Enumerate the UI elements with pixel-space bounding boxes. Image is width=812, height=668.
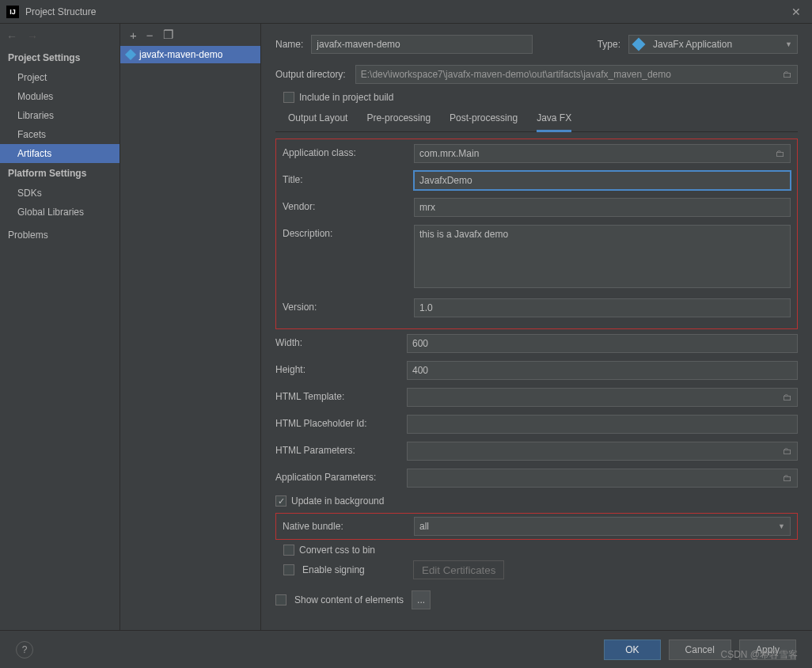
ok-button[interactable]: OK [604, 640, 660, 660]
highlight-box-2: Native bundle: all▼ [275, 513, 798, 540]
type-label: Type: [598, 39, 620, 50]
show-content-label: Show content of elements [294, 594, 404, 605]
tabs: Output Layout Pre-processing Post-proces… [275, 108, 798, 132]
app-params-label: Application Parameters: [275, 469, 407, 483]
description-label: Description: [283, 225, 414, 239]
include-build-checkbox[interactable] [283, 92, 294, 103]
update-background-label: Update in background [291, 495, 384, 507]
artifacts-tree: + − ❐ javafx-maven-demo [120, 24, 261, 630]
copy-icon[interactable]: ❐ [163, 28, 173, 42]
app-icon: IJ [6, 6, 19, 18]
show-content-more-button[interactable]: ... [412, 590, 431, 609]
remove-icon[interactable]: − [146, 28, 154, 42]
html-params-label: HTML Parameters: [275, 442, 407, 456]
edit-certificates-button: Edit Certificates [413, 560, 504, 579]
native-bundle-label: Native bundle: [283, 521, 414, 532]
version-input[interactable] [414, 298, 791, 317]
app-class-input[interactable]: com.mrx.Main🗀 [414, 144, 791, 163]
folder-icon[interactable]: 🗀 [783, 392, 792, 403]
add-icon[interactable]: + [130, 28, 137, 42]
output-dir-label: Output directory: [275, 69, 346, 80]
type-dropdown[interactable]: JavaFx Application ▼ [628, 35, 798, 54]
convert-css-label: Convert css to bin [299, 545, 375, 556]
tab-output-layout[interactable]: Output Layout [288, 108, 347, 131]
height-label: Height: [275, 361, 407, 375]
javafx-artifact-icon [125, 49, 136, 60]
sidebar-item-project[interactable]: Project [0, 68, 120, 87]
width-input[interactable] [407, 334, 798, 353]
cancel-button[interactable]: Cancel [669, 640, 731, 660]
close-icon[interactable]: ✕ [787, 6, 806, 18]
sidebar-item-sdks[interactable]: SDKs [0, 184, 120, 203]
sidebar-item-facets[interactable]: Facets [0, 125, 120, 144]
sidebar-item-libraries[interactable]: Libraries [0, 106, 120, 125]
enable-signing-label: Enable signing [302, 564, 405, 575]
app-params-input[interactable]: 🗀 [407, 469, 798, 488]
help-button[interactable]: ? [16, 641, 33, 659]
javafx-icon [632, 38, 646, 51]
tab-javafx[interactable]: Java FX [537, 108, 571, 132]
native-bundle-dropdown[interactable]: all▼ [414, 517, 791, 536]
title-label: Title: [283, 171, 414, 185]
folder-icon[interactable]: 🗀 [783, 473, 792, 484]
update-background-checkbox[interactable] [275, 495, 286, 507]
show-content-checkbox[interactable] [275, 594, 286, 605]
folder-icon[interactable]: 🗀 [783, 69, 792, 80]
html-template-label: HTML Template: [275, 388, 407, 402]
titlebar: IJ Project Structure ✕ [0, 0, 812, 24]
tree-item-javafx-demo[interactable]: javafx-maven-demo [120, 46, 260, 63]
tree-item-label: javafx-maven-demo [139, 49, 222, 60]
app-class-label: Application class: [283, 144, 414, 158]
chevron-down-icon: ▼ [778, 522, 785, 530]
vendor-label: Vendor: [283, 198, 414, 212]
forward-icon[interactable]: → [27, 30, 38, 43]
include-build-label: Include in project build [299, 92, 393, 103]
version-label: Version: [283, 298, 414, 313]
sidebar-heading-platform: Platform Settings [0, 163, 120, 184]
enable-signing-checkbox[interactable] [283, 564, 294, 575]
sidebar-heading-project: Project Settings [0, 47, 120, 68]
folder-icon[interactable]: 🗀 [783, 446, 792, 457]
window-title: Project Structure [25, 6, 787, 17]
name-label: Name: [275, 39, 303, 50]
highlight-box-1: Application class: com.mrx.Main🗀 Title: … [275, 139, 798, 329]
description-input[interactable]: this is a Javafx demo [414, 225, 791, 288]
html-template-input[interactable]: 🗀 [407, 388, 798, 407]
name-input[interactable] [311, 35, 533, 54]
title-input[interactable] [414, 171, 791, 190]
sidebar-item-problems[interactable]: Problems [0, 222, 120, 245]
width-label: Width: [275, 334, 407, 348]
folder-icon[interactable]: 🗀 [776, 148, 785, 159]
bottom-bar: ? OK Cancel Apply CSDN @希容雪客 [0, 630, 812, 668]
sidebar: ← → Project Settings Project Modules Lib… [0, 24, 120, 630]
apply-button[interactable]: Apply [739, 640, 796, 660]
tab-post-processing[interactable]: Post-processing [450, 108, 518, 131]
sidebar-item-global-libraries[interactable]: Global Libraries [0, 203, 120, 222]
html-params-input[interactable]: 🗀 [407, 442, 798, 461]
back-icon[interactable]: ← [6, 30, 17, 43]
html-placeholder-input[interactable] [407, 415, 798, 434]
height-input[interactable] [407, 361, 798, 380]
convert-css-checkbox[interactable] [283, 545, 294, 556]
output-dir-input[interactable]: E:\dev\iworkspace7\javafx-maven-demo\out… [355, 65, 798, 84]
vendor-input[interactable] [414, 198, 791, 217]
html-placeholder-label: HTML Placeholder Id: [275, 415, 407, 429]
sidebar-item-artifacts[interactable]: Artifacts [0, 144, 120, 163]
chevron-down-icon: ▼ [785, 40, 792, 48]
detail-pane: Name: Type: JavaFx Application ▼ Output … [261, 24, 812, 630]
tab-pre-processing[interactable]: Pre-processing [366, 108, 431, 131]
sidebar-item-modules[interactable]: Modules [0, 87, 120, 106]
